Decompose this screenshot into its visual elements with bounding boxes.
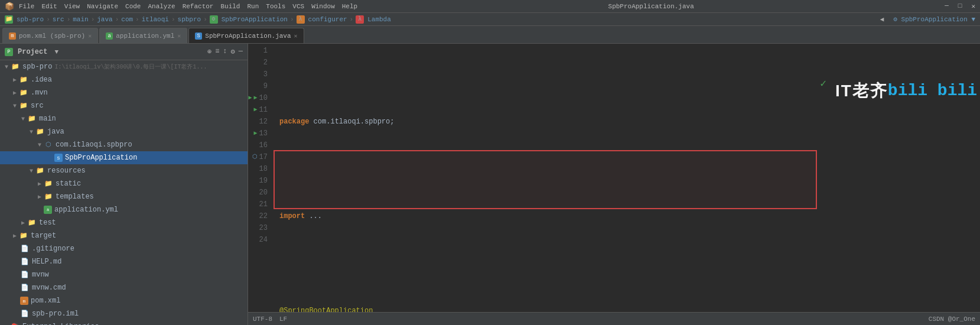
menu-file[interactable]: File: [19, 3, 34, 10]
tree-item-pom-xml[interactable]: m pom.xml: [0, 294, 248, 307]
ln-24: 24: [248, 234, 270, 246]
close-button[interactable]: ✕: [971, 2, 975, 10]
tab-pom-xml[interactable]: m pom.xml (spb-pro) ✕: [2, 28, 98, 43]
run-icon-13[interactable]: ▶: [254, 128, 258, 139]
tree-item-src[interactable]: ▼ 📁 src: [0, 99, 248, 112]
tree-item-target[interactable]: ▶ 📁 target: [0, 229, 248, 242]
tree-item-application-yml[interactable]: a application.yml: [0, 203, 248, 216]
tree-item-mvnw[interactable]: 📄 mvnw: [0, 268, 248, 281]
folder-icon-main: 📁: [27, 115, 37, 123]
ln-18: 18: [248, 163, 270, 175]
tree-item-gitignore[interactable]: 📄 .gitignore: [0, 242, 248, 255]
code-content[interactable]: package com.itlaoqi.spbpro; import ... @…: [275, 44, 980, 325]
breadcrumb-itlaoqi[interactable]: itlaoqi: [142, 16, 169, 23]
check-mark: ✓: [820, 77, 826, 90]
tab-yml-close[interactable]: ✕: [177, 32, 181, 40]
maximize-button[interactable]: □: [958, 2, 962, 10]
menu-refactor[interactable]: Refactor: [183, 3, 214, 10]
menu-view[interactable]: View: [64, 3, 80, 10]
ln-2: 2: [248, 57, 270, 69]
tree-item-mvnw-cmd[interactable]: 📄 mvnw.cmd: [0, 281, 248, 294]
menu-edit[interactable]: Edit: [41, 3, 57, 10]
tree-item-spb-pro-iml[interactable]: 📄 spb-pro.iml: [0, 307, 248, 320]
file-icon-mvnw: 📄: [20, 271, 30, 279]
minimize-button[interactable]: ─: [945, 2, 949, 10]
menu-tools[interactable]: Tools: [266, 3, 285, 10]
sep6: ›: [171, 16, 175, 23]
java-tab-icon: S: [195, 32, 202, 40]
tree-item-main[interactable]: ▼ 📁 main: [0, 112, 248, 125]
tree-item-templates[interactable]: ▶ 📁 templates: [0, 190, 248, 203]
arrow-test: ▶: [19, 219, 27, 226]
tree-item-test[interactable]: ▶ 📁 test: [0, 216, 248, 229]
menu-code[interactable]: Code: [125, 3, 141, 10]
window-title: SpbProApplication.java: [608, 3, 694, 10]
tree-item-help-md[interactable]: 📄 HELP.md: [0, 255, 248, 268]
pom-file-icon: m: [20, 297, 28, 305]
title-bar: 📦 File Edit View Navigate Code Analyze R…: [0, 0, 980, 13]
menu-window[interactable]: Window: [311, 3, 335, 10]
tree-label-mvnw-cmd: mvnw.cmd: [32, 284, 66, 292]
tree-label-spb-pro: spb-pro: [22, 63, 52, 71]
run-icon-10[interactable]: ▶: [249, 92, 252, 104]
breadcrumb-java[interactable]: java: [97, 16, 112, 23]
tree-item-java[interactable]: ▼ 📁 java: [0, 125, 248, 138]
spbproapplication-dropdown[interactable]: ⚙ SpbProApplication ▼: [893, 15, 975, 23]
tab-spbproapplication[interactable]: S SpbProApplication.java ✕: [188, 28, 304, 43]
tree-item-idea[interactable]: ▶ 📁 .idea: [0, 73, 248, 86]
folder-icon-templates: 📁: [44, 193, 53, 201]
breadcrumb-main[interactable]: main: [73, 16, 88, 23]
menu-build[interactable]: Build: [220, 3, 240, 10]
breadcrumb-com[interactable]: com: [121, 16, 133, 23]
code-area[interactable]: 1 2 3 9 ▶ ▶ 10 ▶ 11 12 ▶ 13 16: [248, 44, 980, 325]
ln-16: 16: [248, 139, 270, 151]
file-icon-mvnw-cmd: 📄: [20, 284, 30, 292]
menu-run[interactable]: Run: [247, 3, 259, 10]
breadcrumb-lambda[interactable]: Lambda: [367, 16, 391, 23]
menu-help[interactable]: Help: [342, 3, 357, 10]
bean-icon-17[interactable]: ⬡: [252, 151, 258, 163]
sidebar-icon-sort[interactable]: ↕: [223, 47, 227, 56]
menu-analyze[interactable]: Analyze: [148, 3, 175, 10]
tree-item-mvn[interactable]: ▶ 📁 .mvn: [0, 86, 248, 99]
breadcrumb-configurer[interactable]: configurer: [308, 16, 347, 23]
folder-icon-test: 📁: [27, 219, 37, 227]
run-icon-10b[interactable]: ▶: [254, 92, 258, 104]
sep7: ›: [203, 16, 207, 23]
code-line-9: [279, 258, 975, 269]
tree-label-src: src: [31, 102, 44, 110]
tree-label-pom-xml: pom.xml: [31, 297, 60, 305]
arrow-java: ▼: [27, 129, 35, 135]
sidebar-icon-locate[interactable]: ⊕: [207, 47, 211, 56]
tree-item-static[interactable]: ▶ 📁 static: [0, 177, 248, 190]
ln-21: 21: [248, 199, 270, 210]
sidebar-icon-expand[interactable]: ≡: [215, 47, 219, 56]
menu-vcs[interactable]: VCS: [292, 3, 304, 10]
sidebar-icon-settings[interactable]: ⚙: [231, 47, 235, 56]
sidebar-dropdown-arrow[interactable]: ▼: [54, 48, 58, 56]
tree-item-spbproapplication[interactable]: S SpbProApplication: [0, 151, 248, 164]
run-icon-11[interactable]: ▶: [254, 104, 258, 116]
sidebar-icon-close[interactable]: ─: [239, 47, 243, 56]
tree-label-mvnw: mvnw: [32, 271, 49, 279]
breadcrumb-spbproapplication[interactable]: SpbProApplication: [222, 16, 288, 23]
tab-application-yml[interactable]: a application.yml ✕: [99, 28, 187, 43]
menu-navigate[interactable]: Navigate: [87, 3, 118, 10]
nav-back-icon[interactable]: ◀: [880, 15, 884, 23]
breadcrumb-spbpro[interactable]: spbpro: [178, 16, 201, 23]
arrow-templates: ▶: [35, 193, 44, 200]
breadcrumb-src[interactable]: src: [53, 16, 64, 23]
code-line-2: [279, 163, 975, 175]
tree-item-spb-pro[interactable]: ▼ 📁 spb-pro I:\itlaoqi_iv\架构300讲\0.每日一课\…: [0, 60, 248, 73]
code-line-3: import ...: [279, 210, 975, 222]
breadcrumb-spb-pro[interactable]: spb-pro: [17, 16, 44, 23]
java-file-icon-spbproapplication: S: [54, 154, 63, 162]
tab-pom-close[interactable]: ✕: [88, 32, 92, 40]
ln-13: ▶ 13: [248, 128, 270, 139]
tab-yml-label: application.yml: [116, 32, 174, 40]
tree-item-external-libraries[interactable]: ▶ 📚 External Libraries: [0, 320, 248, 325]
arrow-package: ▼: [35, 142, 44, 148]
tree-item-resources[interactable]: ▼ 📁 resources: [0, 164, 248, 177]
tab-java-close[interactable]: ✕: [294, 32, 298, 40]
tree-item-package[interactable]: ▼ ⬡ com.itlaoqi.spbpro: [0, 138, 248, 151]
